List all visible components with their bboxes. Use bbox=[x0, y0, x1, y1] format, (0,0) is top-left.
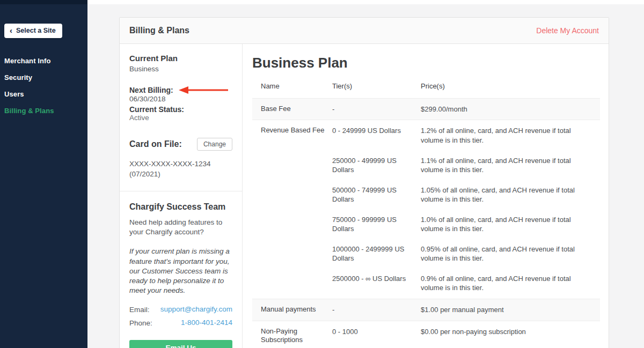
column-header-prices: Price(s) bbox=[421, 82, 600, 91]
delete-my-account-link[interactable]: Delete My Account bbox=[536, 26, 599, 35]
price-value: $299.00/month bbox=[421, 105, 600, 114]
card-body: Current Plan Business Next Billing: 06/3… bbox=[120, 44, 609, 348]
card-on-file-section: Card on File: Change XXXX-XXXX-XXXX-1234… bbox=[129, 138, 232, 190]
table-row-manual-payments: Manual payments - $1.00 per manual payme… bbox=[252, 299, 600, 321]
column-header-tiers: Tier(s) bbox=[332, 82, 421, 91]
sidebar: ‹ Select a Site Merchant Info Security U… bbox=[0, 0, 87, 348]
tier-value: 750000 - 999999 US Dollars bbox=[332, 215, 421, 234]
sidebar-item-billing-plans[interactable]: Billing & Plans bbox=[0, 102, 87, 119]
card-number: XXXX-XXXX-XXXX-1234 (07/2021) bbox=[129, 159, 232, 179]
select-a-site-label: Select a Site bbox=[16, 27, 56, 34]
column-header-name: Name bbox=[252, 82, 332, 91]
change-card-button[interactable]: Change bbox=[197, 138, 232, 151]
price-value: 1.2% of all online, card, and ACH revenu… bbox=[421, 126, 600, 145]
current-plan-section: Current Plan Business Next Billing: 06/3… bbox=[129, 54, 232, 122]
price-value: 1.05% of all online, card, and ACH reven… bbox=[421, 186, 600, 204]
fee-name: Base Fee bbox=[252, 105, 332, 114]
left-panel: Current Plan Business Next Billing: 06/3… bbox=[120, 44, 243, 348]
contact-rows: Email: support@chargify.com Phone: 1-800… bbox=[129, 305, 232, 328]
tier-value: - bbox=[332, 305, 421, 315]
tier-value: - bbox=[332, 105, 421, 114]
success-team-intro: Need help adding features to your Chargi… bbox=[129, 218, 232, 237]
price-value: 0.9% of all online, card, and ACH revenu… bbox=[421, 274, 600, 293]
billing-plans-card: Billing & Plans Delete My Account Curren… bbox=[119, 17, 609, 348]
tier-value: 0 - 249999 US Dollars bbox=[332, 126, 421, 145]
price-value: 1.1% of all online, card, and ACH revenu… bbox=[421, 156, 600, 175]
current-plan-heading: Current Plan bbox=[129, 54, 232, 63]
red-arrow-left-icon bbox=[178, 86, 229, 94]
card-header: Billing & Plans Delete My Account bbox=[120, 18, 609, 44]
price-value: 0.95% of all online, card, and ACH reven… bbox=[421, 245, 600, 263]
plan-details-panel: Business Plan Name Tier(s) Price(s) Base… bbox=[243, 44, 609, 348]
tier-value: 250000 - 499999 US Dollars bbox=[332, 156, 421, 175]
table-row-revenue-based-fee: Revenue Based Fee 0 - 249999 US Dollars … bbox=[252, 120, 600, 299]
support-email-link[interactable]: support@chargify.com bbox=[160, 305, 232, 315]
fee-name: Non-Paying Subscriptions bbox=[252, 327, 332, 348]
sidebar-item-security[interactable]: Security bbox=[0, 69, 87, 86]
fee-name: Revenue Based Fee bbox=[252, 126, 332, 293]
table-row-non-paying-subscriptions: Non-Paying Subscriptions 0 - 1000 $0.00 … bbox=[252, 321, 600, 348]
plan-title: Business Plan bbox=[252, 55, 600, 71]
table-header-row: Name Tier(s) Price(s) bbox=[252, 82, 600, 98]
support-phone-link[interactable]: 1-800-401-2414 bbox=[181, 319, 232, 328]
next-billing-date: 06/30/2018 bbox=[129, 94, 232, 104]
main-area: Billing & Plans Delete My Account Curren… bbox=[87, 0, 644, 348]
current-plan-name: Business bbox=[129, 64, 232, 74]
sidebar-item-merchant-info[interactable]: Merchant Info bbox=[0, 53, 87, 69]
table-row-base-fee: Base Fee - $299.00/month bbox=[252, 98, 600, 120]
page-title: Billing & Plans bbox=[129, 26, 189, 35]
email-us-button[interactable]: Email Us bbox=[129, 340, 232, 348]
select-a-site-button[interactable]: ‹ Select a Site bbox=[4, 24, 62, 38]
current-status-label: Current Status: bbox=[129, 105, 232, 114]
tier-value: 1000000 - 2499999 US Dollars bbox=[332, 245, 421, 263]
success-team-pitch: If your current plan is missing a featur… bbox=[129, 247, 232, 295]
sidebar-item-users[interactable]: Users bbox=[0, 86, 87, 102]
current-status-value: Active bbox=[129, 114, 232, 122]
phone-label: Phone: bbox=[129, 319, 152, 328]
price-value: 1.0% of all online, card, and ACH revenu… bbox=[421, 215, 600, 234]
sidebar-top-strip bbox=[0, 0, 87, 4]
email-label: Email: bbox=[129, 305, 150, 315]
sidebar-nav: Merchant Info Security Users Billing & P… bbox=[0, 53, 87, 119]
chevron-left-icon: ‹ bbox=[10, 28, 12, 33]
card-on-file-heading: Card on File: bbox=[129, 139, 182, 149]
tier-value: 500000 - 749999 US Dollars bbox=[332, 186, 421, 204]
tier-value: 2500000 - ∞ US Dollars bbox=[332, 274, 421, 293]
success-team-heading: Chargify Success Team bbox=[129, 202, 232, 212]
price-value: $1.00 per manual payment bbox=[421, 305, 600, 315]
fee-name: Manual payments bbox=[252, 305, 332, 315]
success-team-section: Chargify Success Team Need help adding f… bbox=[129, 191, 232, 348]
price-value: $0.00 per non-paying subscription bbox=[421, 327, 600, 337]
tier-value: 0 - 1000 bbox=[332, 327, 421, 337]
top-strip bbox=[87, 0, 644, 4]
next-billing-label: Next Billing: bbox=[129, 86, 173, 94]
